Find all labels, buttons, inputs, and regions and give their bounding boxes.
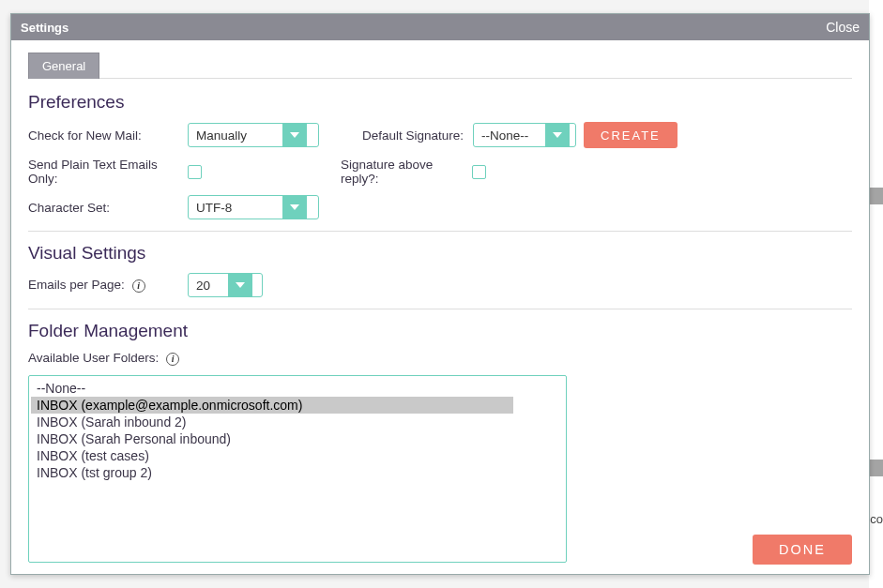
chevron-down-icon (545, 124, 570, 146)
close-button[interactable]: Close (826, 20, 860, 35)
default-sig-value: --None-- (474, 128, 545, 143)
tab-general[interactable]: General (28, 53, 99, 79)
chevron-down-icon (282, 124, 307, 146)
avail-folders-label: Available User Folders: i (28, 351, 179, 366)
settings-dialog: Settings Close General Preferences Check… (10, 13, 870, 575)
epp-value: 20 (189, 279, 228, 293)
folder-item[interactable]: INBOX (Sarah Personal inbound) (31, 430, 513, 447)
info-icon[interactable]: i (132, 279, 145, 293)
epp-select[interactable]: 20 (188, 273, 263, 297)
folder-item[interactable]: INBOX (tst group 2) (31, 464, 513, 481)
plain-text-label: Send Plain Text Emails Only: (28, 158, 188, 186)
folder-item[interactable]: INBOX (test cases) (31, 447, 513, 464)
create-signature-button[interactable]: CREATE (584, 122, 677, 148)
charset-value: UTF-8 (189, 201, 282, 215)
plain-text-checkbox[interactable] (188, 165, 202, 179)
default-sig-select[interactable]: --None-- (473, 123, 576, 147)
folder-heading: Folder Management (28, 321, 852, 341)
done-button[interactable]: DONE (753, 535, 852, 565)
visual-section: Visual Settings Emails per Page: i 20 (28, 243, 852, 309)
folder-item[interactable]: --None-- (31, 380, 513, 397)
charset-select[interactable]: UTF-8 (188, 195, 319, 219)
dialog-header: Settings Close (11, 14, 869, 40)
check-mail-label: Check for New Mail: (28, 128, 188, 143)
preferences-section: Preferences Check for New Mail: Manually… (28, 92, 852, 232)
chevron-down-icon (228, 274, 252, 296)
dialog-title: Settings (21, 21, 69, 35)
avail-folders-label-text: Available User Folders: (28, 351, 159, 365)
preferences-heading: Preferences (28, 92, 852, 113)
default-sig-label: Default Signature: (362, 128, 473, 143)
visual-heading: Visual Settings (28, 243, 852, 264)
folder-item[interactable]: INBOX (example@example.onmicrosoft.com) (31, 397, 513, 414)
chevron-down-icon (282, 196, 307, 219)
folder-section: Folder Management Available User Folders… (28, 321, 852, 563)
epp-label-text: Emails per Page: (28, 278, 125, 292)
sig-above-checkbox[interactable] (472, 165, 486, 179)
check-mail-value: Manually (189, 128, 282, 143)
epp-label: Emails per Page: i (28, 278, 188, 293)
folder-item[interactable]: INBOX (Sarah inbound 2) (31, 414, 513, 430)
info-icon[interactable]: i (166, 353, 179, 366)
sig-above-label: Signature above reply?: (341, 158, 472, 186)
check-mail-select[interactable]: Manually (188, 123, 319, 147)
tabs-row: General (28, 52, 852, 79)
charset-label: Character Set: (28, 201, 188, 215)
available-folders-listbox[interactable]: --None--INBOX (example@example.onmicroso… (28, 375, 567, 563)
